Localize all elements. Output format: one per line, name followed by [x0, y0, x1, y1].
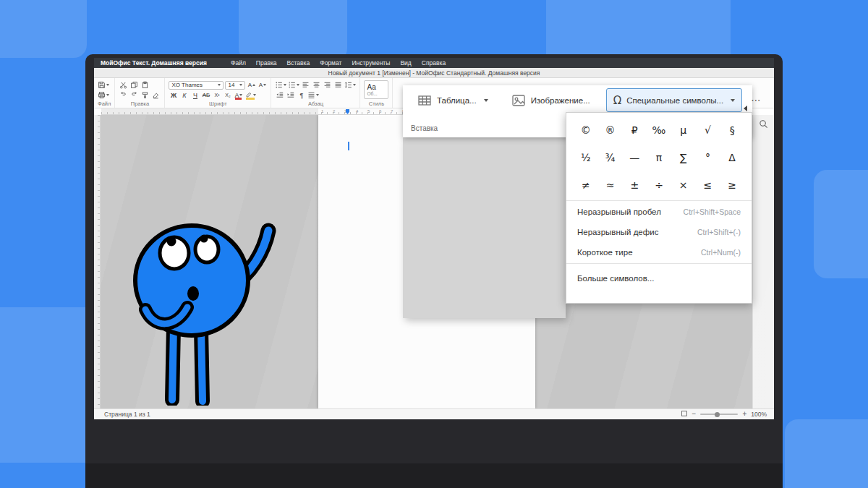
insert-image-button[interactable]: Изображение...	[504, 88, 597, 112]
insert-section-label: Вставка	[411, 124, 438, 132]
zoom-level[interactable]: 100%	[751, 411, 767, 418]
symbol-cell[interactable]: ÷	[647, 171, 671, 199]
symbol-cell[interactable]: µ	[671, 116, 696, 144]
search-icon[interactable]	[759, 119, 768, 132]
format-painter-button[interactable]	[140, 91, 150, 100]
arrow-down-icon	[263, 84, 266, 86]
symbol-cell[interactable]: ≤	[696, 171, 720, 199]
menu-item-insert[interactable]: Вставка	[282, 59, 315, 67]
symbol-cell[interactable]: ₽	[622, 116, 647, 144]
more-options-button[interactable]: ⋯	[751, 93, 760, 108]
strikethrough-button[interactable]: АБ	[201, 91, 210, 100]
menu-item-format[interactable]: Формат	[315, 59, 346, 67]
symbol-cell[interactable]: ©	[574, 116, 598, 144]
font-family-select[interactable]: XO Thames	[169, 81, 224, 90]
menu-item-nb-hyphen[interactable]: Неразрывный дефис Ctrl+Shift+(-)	[566, 222, 752, 242]
symbol-cell[interactable]: °	[696, 144, 720, 171]
clear-format-button[interactable]	[151, 91, 161, 100]
symbol-cell[interactable]: ×	[671, 171, 696, 199]
chevron-down-icon	[297, 84, 299, 86]
symbol-cell[interactable]: ≥	[720, 171, 744, 199]
symbol-cell[interactable]: ¾	[598, 144, 623, 171]
symbol-cell[interactable]: §	[720, 116, 744, 144]
toolbar-label-style: Стиль	[364, 100, 388, 107]
symbol-cell[interactable]: ±	[622, 171, 647, 199]
formatting-marks-button[interactable]: ¶	[297, 91, 306, 100]
redo-button[interactable]	[129, 91, 139, 100]
shortcut-label: Ctrl+Shift+Space	[684, 207, 741, 216]
symbol-cell[interactable]: √	[696, 116, 720, 144]
menu-item-en-dash[interactable]: Короткое тире Ctrl+Num(-)	[566, 242, 752, 262]
font-size-select[interactable]: 14	[225, 81, 245, 90]
chevron-down-icon	[484, 99, 488, 102]
paste-button[interactable]	[140, 81, 150, 90]
chevron-down-icon	[106, 94, 109, 96]
line-spacing-button[interactable]	[344, 81, 356, 90]
menu-item-tools[interactable]: Инструменты	[346, 59, 395, 67]
right-sidebar-rail	[752, 115, 774, 408]
menu-item-nbsp[interactable]: Неразрывный пробел Ctrl+Shift+Space	[566, 202, 752, 222]
toolbar-label-edit: Правка	[119, 100, 161, 107]
menu-separator	[566, 263, 752, 264]
symbol-cell[interactable]: π	[647, 144, 671, 171]
bullet-list-button[interactable]	[275, 81, 286, 90]
paragraph-spacing-button[interactable]	[307, 91, 319, 100]
shortcut-label: Ctrl+Shift+(-)	[697, 228, 741, 236]
zoom-slider[interactable]	[700, 414, 738, 415]
symbol-cell[interactable]: ®	[598, 116, 623, 144]
numbered-list-button[interactable]	[288, 81, 299, 90]
symbol-cell[interactable]: ½	[574, 144, 598, 171]
toolbar-group-font: XO Thames 14 А А	[165, 78, 271, 108]
menu-item-view[interactable]: Вид	[395, 59, 416, 67]
toolbar-group-style: Аа Об... Стиль	[360, 78, 393, 108]
italic-button[interactable]: К	[179, 91, 189, 100]
superscript-button[interactable]: X²	[212, 91, 221, 100]
zoom-out-button[interactable]: −	[692, 411, 697, 418]
symbol-cell[interactable]: ≠	[574, 171, 598, 199]
background-decoration	[785, 419, 868, 488]
copy-button[interactable]	[129, 81, 139, 90]
symbol-cell[interactable]: —	[622, 144, 647, 171]
justify-button[interactable]	[333, 81, 343, 90]
indent-button[interactable]	[286, 91, 295, 100]
font-decrease-button[interactable]: А	[258, 81, 267, 90]
insert-symbols-button[interactable]: Ω Специальные символы...	[606, 88, 742, 112]
align-center-button[interactable]	[312, 81, 321, 90]
image-icon	[511, 93, 526, 108]
menu-item-file[interactable]: Файл	[226, 59, 251, 67]
background-decoration	[239, 0, 347, 61]
underline-button[interactable]: Ч	[190, 91, 200, 100]
menu-separator	[566, 200, 752, 201]
align-right-button[interactable]	[323, 81, 332, 90]
align-left-button[interactable]	[301, 81, 310, 90]
undo-button[interactable]	[119, 91, 128, 100]
cut-button[interactable]	[119, 81, 128, 90]
subscript-button[interactable]: X₂	[223, 91, 232, 100]
zoom-in-button[interactable]: +	[742, 411, 746, 418]
menu-item-edit[interactable]: Правка	[251, 59, 282, 67]
insert-table-button[interactable]: Таблица...	[410, 88, 495, 112]
outdent-button[interactable]	[275, 91, 284, 100]
collapse-arrow-icon[interactable]	[744, 106, 747, 111]
vertical-ruler[interactable]	[94, 115, 101, 408]
mascot-illustration	[132, 219, 277, 406]
print-button[interactable]	[98, 91, 109, 100]
highlight-button[interactable]	[244, 91, 256, 100]
symbol-cell[interactable]: Δ	[720, 144, 744, 171]
fit-page-button[interactable]	[681, 410, 688, 419]
menu-item-help[interactable]: Справка	[417, 59, 451, 67]
symbol-cell[interactable]: ∑	[671, 144, 696, 171]
zoom-slider-handle[interactable]	[715, 412, 720, 417]
bold-button[interactable]: Ж	[169, 91, 178, 100]
style-preview[interactable]: Аа Об...	[364, 80, 388, 99]
font-color-button[interactable]: А	[234, 91, 243, 100]
indent-marker[interactable]	[346, 109, 349, 114]
menu-item-more-symbols[interactable]: Больше символов...	[566, 265, 752, 292]
symbol-cell[interactable]: ≈	[598, 171, 623, 199]
font-increase-button[interactable]: А	[247, 81, 256, 90]
symbol-cell[interactable]: ‰	[647, 116, 671, 144]
symbols-grid: © ® ₽ ‰ µ √ § ½ ¾ — π ∑ ° Δ ≠ ≈ ±	[566, 113, 752, 200]
toolbar-label-paragraph: Абзац	[275, 100, 356, 107]
save-button[interactable]	[98, 81, 109, 90]
chevron-down-icon	[316, 94, 319, 96]
